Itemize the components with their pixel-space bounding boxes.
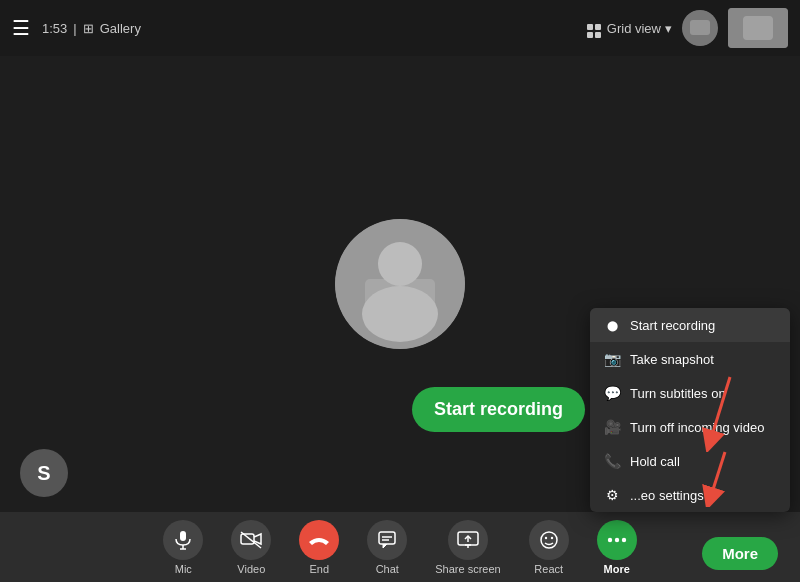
svg-line-9 xyxy=(710,377,730,442)
avatar-face xyxy=(335,219,465,349)
dropdown-item-take-snapshot[interactable]: 📷 Take snapshot xyxy=(590,342,790,376)
svg-point-28 xyxy=(615,537,619,541)
svg-point-26 xyxy=(551,536,553,538)
chevron-down-icon: ▾ xyxy=(665,21,672,36)
small-user-avatar-s: S xyxy=(20,449,68,497)
svg-rect-12 xyxy=(180,531,186,541)
chat-button[interactable]: Chat xyxy=(367,520,407,575)
subtitles-icon: 💬 xyxy=(604,385,620,401)
more-button[interactable]: More xyxy=(597,520,637,575)
react-button[interactable]: React xyxy=(529,520,569,575)
svg-point-24 xyxy=(541,532,557,548)
chat-icon xyxy=(377,530,397,550)
svg-rect-17 xyxy=(379,532,395,544)
svg-point-29 xyxy=(622,537,626,541)
video-label: Video xyxy=(237,563,265,575)
svg-rect-3 xyxy=(743,16,773,40)
separator: | xyxy=(73,21,76,36)
mic-icon-wrapper xyxy=(163,520,203,560)
dropdown-label-hold: Hold call xyxy=(630,454,680,469)
small-avatar-initial: S xyxy=(37,462,50,485)
bottom-toolbar: Mic Video End xyxy=(0,512,800,582)
settings-icon: ⚙ xyxy=(604,487,620,503)
mic-label: Mic xyxy=(175,563,192,575)
red-arrow-1 xyxy=(690,372,750,452)
mic-icon xyxy=(173,530,193,550)
dropdown-item-start-recording[interactable]: ⬤ Start recording xyxy=(590,308,790,342)
end-icon-wrapper xyxy=(299,520,339,560)
header-bar: ☰ 1:53 | ⊞ Gallery Grid view ▾ xyxy=(0,0,800,56)
more-icon-wrapper xyxy=(597,520,637,560)
share-screen-button[interactable]: Share screen xyxy=(435,520,500,575)
grid-view-button[interactable]: Grid view ▾ xyxy=(587,18,672,38)
header-left: ☰ 1:53 | ⊞ Gallery xyxy=(12,16,141,40)
video-icon-wrapper xyxy=(231,520,271,560)
share-screen-icon xyxy=(457,531,479,549)
header-right: Grid view ▾ xyxy=(587,8,788,48)
snapshot-icon: 📷 xyxy=(604,351,620,367)
dropdown-label-take-snapshot: Take snapshot xyxy=(630,352,714,367)
more-green-pill[interactable]: More xyxy=(702,537,778,570)
avatar-image xyxy=(682,10,718,46)
start-recording-callout: Start recording xyxy=(412,387,585,432)
svg-point-25 xyxy=(545,536,547,538)
svg-line-11 xyxy=(710,452,725,499)
more-label: More xyxy=(604,563,630,575)
react-icon-wrapper xyxy=(529,520,569,560)
video-off-icon: 🎥 xyxy=(604,419,620,435)
user-avatar-header xyxy=(682,10,718,46)
dropdown-label-start-recording: Start recording xyxy=(630,318,715,333)
chat-icon-wrapper xyxy=(367,520,407,560)
react-label: React xyxy=(534,563,563,575)
share-screen-label: Share screen xyxy=(435,563,500,575)
main-user-avatar xyxy=(335,219,465,349)
video-button[interactable]: Video xyxy=(231,520,271,575)
menu-icon[interactable]: ☰ xyxy=(12,16,30,40)
header-info: 1:53 | ⊞ Gallery xyxy=(42,21,141,36)
thumbnail-avatar xyxy=(728,8,788,48)
dropdown-item-settings[interactable]: ⚙ ...eo settings xyxy=(590,478,790,512)
svg-rect-15 xyxy=(241,534,254,544)
grid-icon xyxy=(587,18,603,38)
react-icon xyxy=(539,530,559,550)
dropdown-label-settings: ...eo settings xyxy=(630,488,704,503)
more-dots-icon xyxy=(607,537,627,543)
record-icon: ⬤ xyxy=(604,317,620,333)
gallery-label: Gallery xyxy=(100,21,141,36)
more-pill-label: More xyxy=(722,545,758,562)
mic-button[interactable]: Mic xyxy=(163,520,203,575)
thumb-image xyxy=(728,8,788,48)
gallery-icon: ⊞ xyxy=(83,21,94,36)
svg-rect-1 xyxy=(690,20,710,35)
hold-icon: 📞 xyxy=(604,453,620,469)
callout-label: Start recording xyxy=(434,399,563,419)
svg-rect-7 xyxy=(365,279,435,329)
call-time: 1:53 xyxy=(42,21,67,36)
grid-view-label: Grid view xyxy=(607,21,661,36)
share-icon-wrapper xyxy=(448,520,488,560)
end-label: End xyxy=(309,563,329,575)
end-call-icon xyxy=(308,533,330,547)
chat-label: Chat xyxy=(376,563,399,575)
svg-point-27 xyxy=(608,537,612,541)
red-arrow-2 xyxy=(695,447,745,507)
video-off-icon xyxy=(240,531,262,549)
end-call-button[interactable]: End xyxy=(299,520,339,575)
